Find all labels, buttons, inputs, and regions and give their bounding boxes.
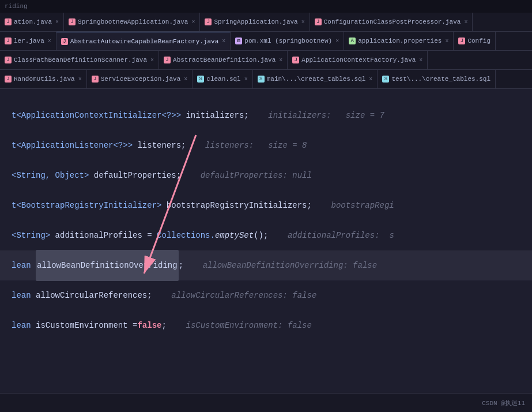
field-token: initializers; — [181, 100, 249, 130]
method-name-token: emptySet — [215, 220, 254, 250]
close-icon[interactable]: × — [464, 19, 467, 25]
tab-label: SpringApplication.java — [214, 18, 297, 25]
comment-token: additionalProfiles: s — [268, 220, 394, 250]
tab-springapplication[interactable]: J SpringApplication.java × — [200, 13, 310, 31]
close-icon[interactable]: × — [78, 76, 82, 83]
comment-token: bootstrapRegi — [312, 190, 394, 220]
tab-label: ation.java — [14, 18, 52, 25]
method-token: Collections. — [157, 220, 215, 250]
tab-appcontextfactory[interactable]: J ApplicationContextFactory.java × — [288, 51, 428, 69]
semicolon: ; — [179, 250, 183, 280]
code-line-2: t<ApplicationListener<?>> listeners; lis… — [0, 130, 532, 160]
tab-label: main\...\create_tables.sql — [267, 76, 366, 83]
highlighted-field-token: allowBeanDefinitionOverriding — [36, 250, 179, 281]
tab-ler[interactable]: J ler.java × — [0, 32, 56, 50]
tab-randomutils[interactable]: J RandomUtils.java × — [0, 70, 87, 88]
java-icon: J — [458, 38, 465, 44]
comment-token: allowCircularReferences: false — [152, 280, 317, 310]
type-token: t<BootstrapRegistryInitializer> — [12, 190, 161, 220]
sql-icon: S — [197, 76, 204, 83]
close-icon[interactable]: × — [222, 38, 225, 44]
code-line-6: lean allowBeanDefinitionOverriding ; all… — [0, 250, 532, 280]
close-icon[interactable]: × — [244, 76, 248, 83]
assign-token: = — [142, 220, 157, 250]
comment-token: initializers: size = 7 — [249, 100, 384, 130]
field-token: isCustomEnvironment = — [31, 310, 138, 340]
tab-springbootnew[interactable]: J SpringbootnewApplication.java × — [64, 13, 200, 31]
close-icon[interactable]: × — [369, 76, 372, 83]
tab-label: AbstractBeanDefinition.java — [173, 57, 276, 63]
tab-appprops[interactable]: A application.properties × — [344, 32, 454, 50]
close-icon[interactable]: × — [445, 38, 448, 44]
code-line-8: lean isCustomEnvironment = false ; isCus… — [0, 310, 532, 340]
tab-cleansql[interactable]: S clean.sql × — [193, 70, 252, 88]
tab-label: RandomUtils.java — [14, 76, 75, 83]
tab-row-2: J ler.java × J AbstractAutowireCapableBe… — [0, 32, 532, 51]
title-bar: riding — [0, 0, 532, 13]
tab-label: pom.xml (springbootnew) — [244, 38, 332, 44]
close-icon[interactable]: × — [419, 57, 422, 63]
status-bar: CSDN @执迷11 — [0, 393, 532, 412]
close-icon[interactable]: × — [150, 57, 154, 63]
code-line-4: t<BootstrapRegistryInitializer> bootstra… — [0, 190, 532, 220]
type-token: <String, Object> — [12, 160, 89, 190]
tab-configclass[interactable]: J ConfigurationClassPostProcessor.java × — [310, 13, 473, 31]
field-token: listeners; — [133, 130, 186, 160]
field-token: bootstrapRegistryInitializers; — [161, 190, 311, 220]
close-icon[interactable]: × — [184, 76, 187, 83]
tab-label: ler.java — [14, 38, 44, 44]
type-token: lean — [12, 310, 31, 340]
space — [31, 250, 36, 280]
tab-label: Config — [467, 38, 491, 44]
tab-label: SpringbootnewApplication.java — [78, 18, 188, 25]
tab-config2[interactable]: J Config — [454, 32, 496, 50]
sql-icon: S — [258, 76, 265, 83]
close-icon[interactable]: × — [48, 38, 51, 44]
java-icon: J — [5, 76, 12, 83]
code-editor: t<ApplicationContextInitializer<?>> init… — [0, 89, 532, 395]
tab-label: clean.sql — [206, 76, 240, 83]
code-line-1: t<ApplicationContextInitializer<?>> init… — [0, 100, 532, 130]
tab-pomxml[interactable]: m pom.xml (springbootnew) × — [231, 32, 344, 50]
close-icon[interactable]: × — [301, 19, 305, 25]
tab-abstractautowire[interactable]: J AbstractAutowireCapableBeanFactory.jav… — [56, 32, 231, 50]
java-icon: J — [92, 76, 99, 83]
tab-testcreate[interactable]: S test\...\create_tables.sql — [378, 70, 496, 88]
close-icon[interactable]: × — [335, 38, 339, 44]
comment-token: allowBeanDefinitionOverriding: false — [183, 250, 377, 280]
comment-token: listeners: size = 8 — [186, 130, 307, 160]
tab-label: AbstractAutowireCapableBeanFactory.java — [70, 38, 218, 45]
type-token: lean — [12, 280, 31, 310]
java-icon: J — [292, 57, 299, 63]
status-text: CSDN @执迷11 — [482, 399, 525, 407]
code-line-7: lean allowCircularReferences; allowCircu… — [0, 280, 532, 310]
close-icon[interactable]: × — [191, 19, 195, 25]
tab-row-4: J RandomUtils.java × J ServiceException.… — [0, 70, 532, 89]
java-icon: J — [5, 57, 12, 63]
tab-abstractbeandefinition[interactable]: J AbstractBeanDefinition.java × — [159, 51, 288, 69]
props-icon: A — [349, 38, 356, 44]
tab-maincreate[interactable]: S main\...\create_tables.sql × — [253, 70, 378, 88]
field-token: allowCircularReferences; — [31, 280, 152, 310]
close-icon[interactable]: × — [279, 57, 282, 63]
java-icon: J — [205, 18, 212, 25]
tab-label: ApplicationContextFactory.java — [301, 57, 416, 63]
field-token: defaultProperties; — [89, 160, 181, 190]
java-icon: J — [69, 18, 76, 25]
close-icon[interactable]: × — [55, 19, 59, 25]
tab-rows-container: J ation.java × J SpringbootnewApplicatio… — [0, 13, 532, 89]
tab-row-3: J ClassPathBeanDefinitionScanner.java × … — [0, 51, 532, 70]
false-token: false — [137, 310, 161, 340]
field-token: additionalProfiles — [50, 220, 142, 250]
code-line-3: <String, Object> defaultProperties; defa… — [0, 160, 532, 190]
xml-icon: m — [235, 38, 242, 44]
tab-label: application.properties — [358, 38, 442, 44]
paren-token: (); — [254, 220, 268, 250]
java-icon: J — [5, 38, 12, 44]
tab-classpathscanner[interactable]: J ClassPathBeanDefinitionScanner.java × — [0, 51, 159, 69]
java-icon: J — [164, 57, 171, 63]
java-icon: J — [61, 38, 68, 45]
tab-serviceexception[interactable]: J ServiceException.java × — [87, 70, 193, 88]
title-text: riding — [5, 3, 28, 10]
tab-ation[interactable]: J ation.java × — [0, 13, 64, 31]
